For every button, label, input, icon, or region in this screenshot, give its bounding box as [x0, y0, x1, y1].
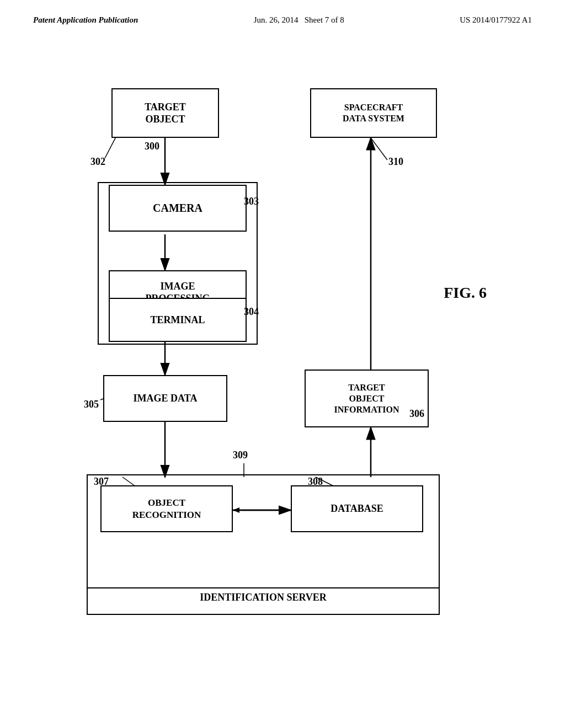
ref-302: 302 — [90, 156, 105, 168]
ref-305: 305 — [84, 399, 99, 410]
ref-307: 307 — [94, 476, 109, 488]
publication-date-sheet: Jun. 26, 2014 Sheet 7 of 8 — [254, 15, 344, 25]
identification-server-label: IDENTIFICATION SERVER — [87, 587, 440, 603]
page-header: Patent Application Publication Jun. 26, … — [0, 0, 565, 25]
ref-300: 300 — [145, 141, 159, 152]
publication-number: US 2014/0177922 A1 — [460, 15, 532, 25]
diagram-container: TARGET OBJECT SPACECRAFT DATA SYSTEM CAM… — [45, 58, 520, 687]
object-recognition-box: OBJECT RECOGNITION — [100, 485, 233, 532]
image-data-box: IMAGE DATA — [103, 375, 227, 422]
ref-310: 310 — [388, 156, 403, 168]
ref-304: 304 — [244, 306, 259, 318]
figure-label: FIG. 6 — [444, 284, 487, 302]
ref-306: 306 — [409, 408, 424, 420]
target-object-box: TARGET OBJECT — [111, 88, 219, 138]
svg-line-18 — [371, 138, 387, 160]
ref-303: 303 — [244, 196, 259, 207]
spacecraft-data-system-box: SPACECRAFT DATA SYSTEM — [310, 88, 437, 138]
terminal-box: TERMINAL — [109, 298, 247, 342]
camera-box: CAMERA — [109, 185, 247, 232]
ref-309: 309 — [233, 449, 248, 461]
database-box: DATABASE — [291, 485, 423, 532]
publication-label: Patent Application Publication — [33, 15, 138, 25]
ref-308: 308 — [308, 476, 323, 488]
